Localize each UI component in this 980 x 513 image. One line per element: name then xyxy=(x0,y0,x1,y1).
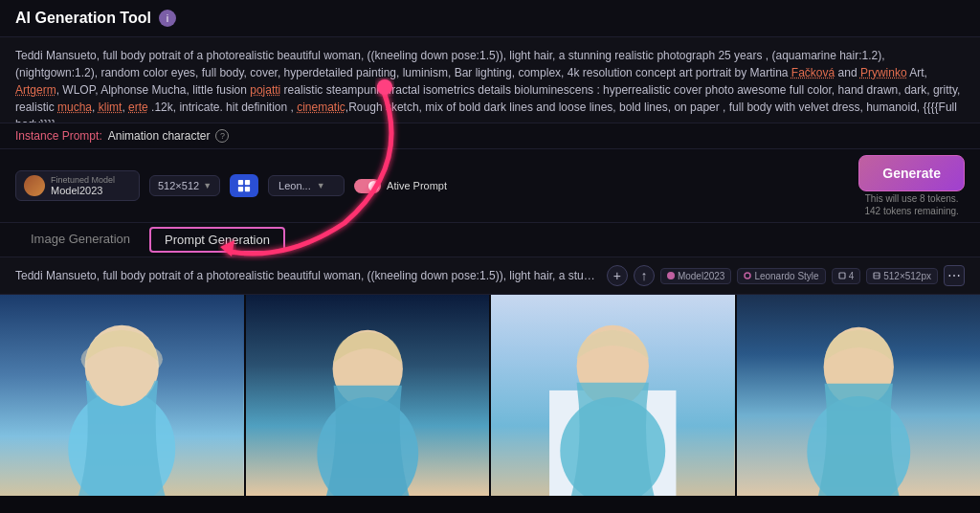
model-action-button[interactable] xyxy=(230,174,258,197)
generation-meta: Model2023 Leonardo Style 4 xyxy=(660,265,965,286)
portrait-svg-4 xyxy=(737,295,981,496)
resolution-selector[interactable]: 512×512 ▼ xyxy=(149,175,220,196)
svg-rect-1 xyxy=(245,180,250,185)
generate-button[interactable]: Generate xyxy=(858,155,965,191)
add-generation-button[interactable]: + xyxy=(607,265,628,286)
user-selector[interactable]: Leon... ▼ xyxy=(268,175,345,196)
model-dot-icon xyxy=(667,272,675,279)
image-count-icon xyxy=(838,272,846,279)
style-icon xyxy=(744,272,751,279)
prompt-box[interactable]: Teddi Mansueto, full body potrait of a p… xyxy=(0,37,980,123)
tab-prompt-generation[interactable]: Prompt Generation xyxy=(149,227,285,253)
meta-resolution: 512×512px xyxy=(883,271,931,281)
model-chip: Model2023 xyxy=(660,268,731,284)
meta-style: Leonardo Style xyxy=(754,271,818,281)
toggle-label: Ative Prompt xyxy=(387,180,447,191)
generated-image-3[interactable] xyxy=(491,295,735,496)
model-sublabel: Finetuned Model xyxy=(51,175,115,185)
instance-prompt-row: Instance Prompt: Animation character ? xyxy=(0,123,980,149)
meta-count: 4 xyxy=(849,271,855,281)
model-info: Finetuned Model Model2023 xyxy=(51,175,115,196)
app-header: AI Generation Tool i xyxy=(0,0,980,37)
info-icon[interactable]: i xyxy=(159,10,176,27)
generated-image-1[interactable] xyxy=(0,295,244,496)
active-prompt-toggle[interactable] xyxy=(354,179,381,193)
generation-prompt-preview: Teddi Mansueto, full body potrait of a p… xyxy=(15,269,599,282)
app-title: AI Generation Tool xyxy=(15,10,151,27)
user-name: Leon... xyxy=(278,180,311,191)
token-info: This will use 8 tokens. xyxy=(865,193,959,204)
resolution-chip: 512×512px xyxy=(866,268,938,284)
upload-button[interactable]: ↑ xyxy=(634,265,655,286)
generation-actions: + ↑ Model2023 Leonardo Style 4 xyxy=(607,265,965,286)
model-avatar xyxy=(24,175,45,196)
toggle-group: Ative Prompt xyxy=(354,179,447,193)
svg-rect-3 xyxy=(245,187,250,191)
model-name: Model2023 xyxy=(51,185,115,196)
tokens-remaining: 142 tokens remaining. xyxy=(864,206,958,216)
more-options-button[interactable]: ⋯ xyxy=(944,265,965,286)
instance-value: Animation character xyxy=(108,129,211,143)
generated-image-2[interactable] xyxy=(246,295,490,496)
svg-rect-2 xyxy=(238,187,243,191)
portrait-svg-2 xyxy=(246,295,490,496)
portrait-svg-3 xyxy=(491,295,735,496)
svg-point-6 xyxy=(745,273,750,279)
count-chip: 4 xyxy=(832,268,861,284)
svg-rect-7 xyxy=(839,273,845,279)
toolbar-row: Finetuned Model Model2023 512×512 ▼ Leon… xyxy=(0,149,980,223)
tabs-wrapper: Image Generation Prompt Generation xyxy=(0,223,980,257)
prompt-text: Teddi Mansueto, full body potrait of a p… xyxy=(15,49,960,123)
tabs-row: Image Generation Prompt Generation xyxy=(0,223,980,257)
images-grid xyxy=(0,295,980,496)
instance-label: Instance Prompt: xyxy=(15,129,102,143)
tab-image-generation[interactable]: Image Generation xyxy=(15,224,145,256)
grid-icon xyxy=(237,179,251,192)
user-chevron-icon: ▼ xyxy=(317,181,325,190)
style-chip: Leonardo Style xyxy=(737,268,825,284)
chevron-down-icon: ▼ xyxy=(203,181,212,190)
model-selector[interactable]: Finetuned Model Model2023 xyxy=(15,170,140,201)
resolution-icon xyxy=(873,272,880,279)
generation-row: Teddi Mansueto, full body potrait of a p… xyxy=(0,257,980,295)
meta-model: Model2023 xyxy=(678,271,724,281)
resolution-value: 512×512 xyxy=(158,180,199,191)
instance-info-icon[interactable]: ? xyxy=(215,129,229,143)
generated-image-4[interactable] xyxy=(737,295,981,496)
app-container: AI Generation Tool i Teddi Mansueto, ful… xyxy=(0,0,980,496)
generate-section: Generate This will use 8 tokens. 142 tok… xyxy=(858,155,965,216)
svg-rect-0 xyxy=(238,180,243,185)
portrait-svg-1 xyxy=(0,295,244,496)
